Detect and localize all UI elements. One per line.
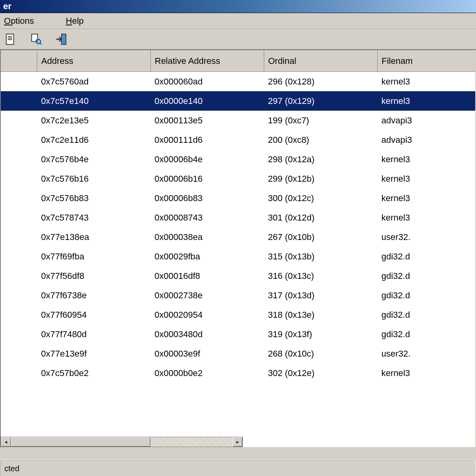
menu-options[interactable]: Options [4,16,50,26]
table-row[interactable]: us0x77f69fba0x00029fba315 (0x13b)gdi32.d [0,247,476,266]
exit-icon[interactable] [55,33,68,46]
cell-file: kernel3 [378,150,476,169]
table-row[interactable]: 0x7c2e11d60x000111d6200 (0xc8)advapi3 [0,130,476,150]
cell-rel: 0x0003480d [151,324,264,344]
cell-ord: 301 (0x12d) [264,208,378,227]
cell-name [0,150,37,169]
cell-ord: 297 (0x129) [264,91,378,111]
cell-ord: 267 (0x10b) [264,227,378,247]
table-row[interactable]: dow0x77e13e9f0x00003e9f268 (0x10c)user32… [0,344,476,363]
menu-help-rest: elp [72,16,84,26]
cell-file: user32. [378,227,476,247]
cell-addr: 0x77f7480d [37,324,151,344]
cell-ord: 298 (0x12a) [264,150,378,169]
status-bar: cted [0,460,476,476]
cell-addr: 0x7c576b83 [37,188,151,208]
status-text: cted [4,464,19,473]
horizontal-scrollbar[interactable]: ◂ ▸ [1,437,243,447]
cell-rel: 0x00029fba [151,247,264,266]
svg-rect-3 [8,39,12,40]
scroll-left-button[interactable]: ◂ [1,437,11,447]
cell-file: gdi32.d [378,286,476,305]
cell-name [0,111,37,130]
cell-file: gdi32.d [378,247,476,266]
cell-name [0,130,37,150]
cell-file: advapi3 [378,130,476,150]
table-row[interactable]: 0x7c576b830x00006b83300 (0x12c)kernel3 [0,188,476,208]
cell-file: kernel3 [378,208,476,227]
cell-ord: 300 (0x12c) [264,188,378,208]
cell-rel: 0x000113e5 [151,111,264,130]
cell-rel: 0x0000e140 [151,91,264,111]
cell-ord: 299 (0x12b) [264,169,378,188]
cell-addr: 0x7c5760ad [37,72,151,92]
table-row[interactable]: 0x7c57b0e20x0000b0e2302 (0x12e)kernel3 [0,363,476,383]
cell-file: kernel3 [378,363,476,383]
scroll-thumb[interactable] [11,437,150,447]
cell-file: kernel3 [378,169,476,188]
table-row[interactable]: 0x7c576b160x00006b16299 (0x12b)kernel3 [0,169,476,188]
search-icon[interactable] [29,33,43,46]
cell-file: kernel3 [378,91,476,111]
cell-rel: 0x00020954 [151,305,264,324]
cell-file: gdi32.d [378,324,476,344]
cell-name: dow [0,344,37,363]
scroll-right-button[interactable]: ▸ [233,437,242,447]
cell-rel: 0x000111d6 [151,130,264,150]
document-properties-icon[interactable] [4,33,17,46]
table-row[interactable]: nges0x77f7480d0x0003480d319 (0x13f)gdi32… [0,324,476,344]
cell-rel: 0x0000b0e2 [151,363,264,383]
cell-rel: 0x00003e9f [151,344,264,363]
cell-addr: 0x7c576b16 [37,169,151,188]
cell-ord: 268 (0x10c) [264,344,378,363]
cell-addr: 0x7c2e13e5 [37,111,151,130]
table-row[interactable]: 0x7c5760ad0x000060ad296 (0x128)kernel3 [0,72,476,92]
cell-name [0,72,37,92]
status-panel: cted [0,460,476,476]
table-row[interactable]: nfoW0x77f609540x00020954318 (0x13e)gdi32… [0,305,476,324]
cell-addr: 0x7c2e11d6 [37,130,151,150]
cell-addr: 0x7c578743 [37,208,151,227]
cell-rel: 0x00006b16 [151,169,264,188]
menu-bar: Options Help [0,13,476,29]
table-row[interactable]: 0x7c2e13e50x000113e5199 (0xc7)advapi3 [0,111,476,130]
menu-options-rest: ptions [11,16,34,26]
cell-name: us [0,247,37,266]
column-header-filename[interactable]: Filenam [378,51,476,72]
cell-name [0,227,37,247]
cell-file: gdi32.d [378,266,476,286]
cell-addr: 0x7c57e140 [37,91,151,111]
cell-rel: 0x000060ad [151,72,264,92]
scroll-track[interactable] [11,437,233,447]
cell-name: nfoW [0,305,37,324]
cell-ord: 296 (0x128) [264,72,378,92]
cell-rel: 0x00016df8 [151,266,264,286]
column-header-ordinal[interactable]: Ordinal [264,51,378,72]
cell-addr: 0x77f6738e [37,286,151,305]
cell-addr: 0x77e138ea [37,227,151,247]
cell-name: nfo [0,286,37,305]
column-header-relative-address[interactable]: Relative Address [151,51,264,72]
cell-file: user32. [378,344,476,363]
menu-help[interactable]: Help [66,16,100,26]
cell-file: kernel3 [378,188,476,208]
cell-name [0,208,37,227]
toolbar [0,29,476,50]
column-header-name[interactable] [0,51,37,72]
cell-addr: 0x7c576b4e [37,150,151,169]
cell-ord: 315 (0x13b) [264,247,378,266]
table-row[interactable]: 0x77e138ea0x000038ea267 (0x10b)user32. [0,227,476,247]
table-row[interactable]: ByHandle0x7c57e1400x0000e140297 (0x129)k… [0,91,476,111]
table-row[interactable]: 0x7c576b4e0x00006b4e298 (0x12a)kernel3 [0,150,476,169]
cell-addr: 0x77f60954 [37,305,151,324]
cell-ord: 318 (0x13e) [264,305,378,324]
cell-ord: 317 (0x13d) [264,286,378,305]
table-row[interactable]: 0x7c5787430x00008743301 (0x12d)kernel3 [0,208,476,227]
list-view[interactable]: Address Relative Address Ordinal Filenam… [0,50,476,448]
table-row[interactable]: nfo0x77f6738e0x0002738e317 (0x13d)gdi32.… [0,286,476,305]
cell-ord: 302 (0x12e) [264,363,378,383]
column-header-address[interactable]: Address [37,51,151,72]
svg-line-6 [40,43,41,44]
title-bar: er [0,0,476,13]
table-row[interactable]: 0x77f56df80x00016df8316 (0x13c)gdi32.d [0,266,476,286]
